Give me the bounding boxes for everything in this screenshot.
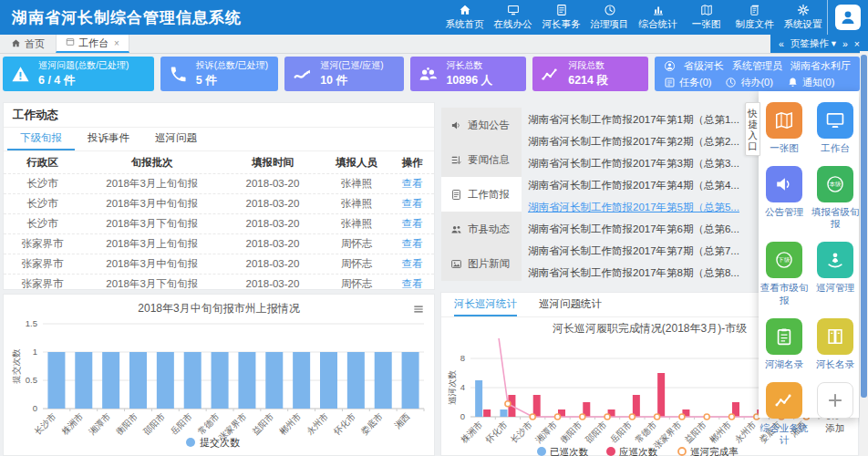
svg-text:4: 4 <box>460 382 465 392</box>
quick-tile-patrol[interactable]: 巡河管理 <box>810 242 861 306</box>
tab-operations[interactable]: « 页签操作 ▾ » × <box>770 35 868 53</box>
report-chart: 00.511.5提交次数长沙市株洲市湘潭市衡阳市邵阳市岳阳市常德市张家界市益阳市… <box>4 316 434 451</box>
doc-icon <box>555 4 568 16</box>
svg-text:下级: 下级 <box>778 257 790 264</box>
tab-workbench[interactable]: 工作台 × <box>56 35 129 53</box>
bar-done <box>500 409 507 417</box>
home-icon <box>11 38 21 48</box>
user-stat-tasks[interactable]: 任务(0) <box>664 76 711 89</box>
quick-tile-workbench[interactable]: 工作台 <box>810 102 861 154</box>
breadcrumb-home[interactable]: 首页 <box>0 35 56 53</box>
quick-tile-view-city[interactable]: 下级查看市级旬报 <box>759 242 810 306</box>
stat-card-chief-total[interactable]: 河长总数10896 人 <box>410 57 526 91</box>
speaker-icon <box>450 119 462 131</box>
news-menu-news[interactable]: 要闻信息 <box>441 142 522 177</box>
nav-label: 制度文件 <box>736 18 774 31</box>
svg-text:娄底市: 娄底市 <box>359 410 385 436</box>
patrol-chart-tab-0[interactable]: 河长巡河统计 <box>454 293 517 316</box>
nav-map[interactable]: 一张图 <box>682 4 730 31</box>
legend-done[interactable]: 已巡次数 <box>537 446 589 456</box>
legend-rate[interactable]: 巡河完成率 <box>678 446 739 456</box>
nav-home[interactable]: 系统首页 <box>440 4 489 31</box>
doc-icon <box>450 189 462 201</box>
news-item[interactable]: 湖南省河长制工作简报2017年第8期（总第8... <box>528 262 745 284</box>
quick-tile-report-provincial[interactable]: 本级填报省级旬报 <box>810 166 861 230</box>
nav-projects[interactable]: 治理项目 <box>585 4 634 31</box>
nav-label: 河长事务 <box>542 18 581 31</box>
user-role: 省级河长 <box>684 59 724 73</box>
quick-entry-tab[interactable]: 快捷入口 <box>745 102 760 156</box>
view-link[interactable]: 查看 <box>391 194 434 213</box>
stat-card-patrol-issues[interactable]: 巡河问题(总数/已处理)6 / 4 件 <box>3 57 154 91</box>
quick-tile-chief-list[interactable]: 河长名录 <box>810 318 861 370</box>
news-menu-city-trends[interactable]: 市县动态 <box>441 212 522 246</box>
stat-card-patrols[interactable]: 巡河(已巡/应巡)10 件 <box>284 57 404 91</box>
news-menu-photo-news[interactable]: 图片新闻 <box>441 246 522 281</box>
nav-documents[interactable]: 制度文件 <box>730 4 779 31</box>
scroll-tabs-right-icon[interactable]: » <box>842 38 848 49</box>
nav-label: 一张图 <box>692 18 721 31</box>
map-icon <box>774 110 794 130</box>
view-link[interactable]: 查看 <box>391 214 434 233</box>
view-link[interactable]: 查看 <box>391 254 434 274</box>
bar <box>129 352 147 409</box>
quick-tile-river-list[interactable]: 河湖名录 <box>759 318 810 370</box>
person-circle-icon <box>664 60 676 72</box>
scroll-tabs-left-icon[interactable]: « <box>779 38 784 49</box>
stat-label: 投诉(总数/已处理) <box>196 59 268 72</box>
quick-tile-map[interactable]: 一张图 <box>759 102 810 154</box>
bar <box>402 352 419 409</box>
nav-statistics[interactable]: 综合统计 <box>634 4 682 31</box>
avatar-icon <box>835 5 861 30</box>
news-item[interactable]: 湖南省河长制工作简报2017年第4期（总第4... <box>528 174 745 196</box>
stat-card-reach-total[interactable]: 河段总数6214 段 <box>532 57 648 91</box>
svg-text:巡河完成率: 巡河完成率 <box>690 446 739 456</box>
news-menu-briefing[interactable]: 工作简报 <box>441 177 522 212</box>
burger-icon[interactable] <box>412 303 425 316</box>
clipboard-icon <box>774 326 794 347</box>
work-tab-0[interactable]: 下级旬报 <box>7 128 75 150</box>
news-item[interactable]: 湖南省河长制工作简报2017年第1期（总第1... <box>528 109 745 130</box>
news-item[interactable]: 湖南省河长制工作简报2017年第3期（总第3... <box>528 152 745 174</box>
news-menu-notices[interactable]: 通知公告 <box>441 108 522 142</box>
svg-text:岳阳市: 岳阳市 <box>607 419 634 445</box>
scrollbar-track[interactable] <box>860 51 868 456</box>
patrol-chart-tab-1[interactable]: 巡河问题统计 <box>539 293 602 316</box>
legend-submissions[interactable]: 提交次数 <box>186 437 240 448</box>
bar <box>375 352 392 409</box>
work-tabs: 下级旬报投诉事件巡河问题 <box>4 128 434 151</box>
news-item[interactable]: 湖南省河长制工作简报2017年第2期（总第2... <box>528 130 745 152</box>
quick-tile-announcement[interactable]: 公告管理 <box>759 166 810 230</box>
plus-icon <box>825 390 845 410</box>
news-item[interactable]: 湖南省河长制工作简报2017年第7期（总第7... <box>528 240 745 262</box>
quick-entry-panel: 一张图工作台公告管理本级填报省级旬报下级查看市级旬报巡河管理河湖名录河长名录综合… <box>759 91 859 418</box>
svg-text:株洲市: 株洲市 <box>59 410 85 436</box>
news-item[interactable]: 湖南省河长制工作简报2017年第6期（总第6... <box>528 218 745 240</box>
work-tab-1[interactable]: 投诉事件 <box>75 128 142 150</box>
quick-tile-add[interactable]: 添加 <box>810 382 861 446</box>
stat-value: 5 件 <box>196 73 268 88</box>
task-icon <box>664 77 676 88</box>
view-link[interactable]: 查看 <box>391 275 434 294</box>
report-chart-title: 2018年3月中旬旬报市州上报情况 <box>4 295 434 316</box>
user-avatar[interactable] <box>827 0 868 35</box>
user-name: 系统管理员 <box>732 59 782 73</box>
quick-tile-stats[interactable]: 综合业务统计 <box>759 382 810 446</box>
news-item[interactable]: 湖南省河长制工作简报2017年第5期（总第5... <box>528 196 745 218</box>
scrollbar-thumb[interactable] <box>861 55 867 398</box>
user-stat-notices[interactable]: 通知(0) <box>787 76 834 89</box>
view-link[interactable]: 查看 <box>391 174 434 193</box>
legend-due[interactable]: 应巡次数 <box>606 446 658 456</box>
nav-river-affairs[interactable]: 河长事务 <box>537 4 585 31</box>
nav-online-office[interactable]: 在线办公 <box>489 4 537 31</box>
user-stat-todo[interactable]: 待办(0) <box>725 76 772 89</box>
tabbar-expand-icon[interactable]: × <box>854 38 860 49</box>
nav-settings[interactable]: 系统设置 <box>779 4 827 31</box>
svg-text:常德市: 常德市 <box>196 410 222 436</box>
view-link[interactable]: 查看 <box>391 234 434 254</box>
person-icon <box>839 8 857 26</box>
work-tab-2[interactable]: 巡河问题 <box>142 128 210 150</box>
stat-card-complaints[interactable]: 投诉(总数/已处理)5 件 <box>160 57 278 91</box>
chart-menu-icon[interactable] <box>412 303 425 318</box>
tab-close-icon[interactable]: × <box>114 38 119 48</box>
